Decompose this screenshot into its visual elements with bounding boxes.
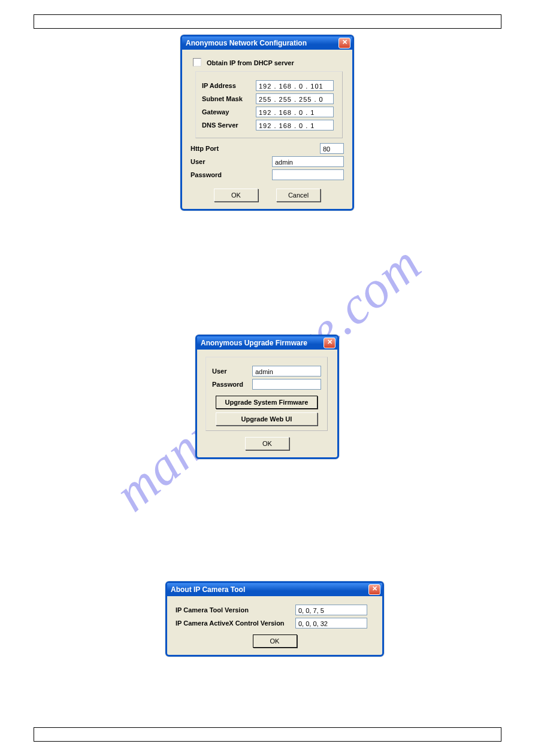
ip-address-input[interactable]: 192 . 168 . 0 . 101 (256, 80, 334, 91)
password-input[interactable] (252, 379, 321, 390)
ip-group: IP Address 192 . 168 . 0 . 101 Subnet Ma… (195, 71, 343, 138)
footer-rule (34, 727, 501, 742)
about-dialog: About IP Camera Tool ✕ IP Camera Tool Ve… (165, 581, 384, 657)
upgrade-web-ui-button[interactable]: Upgrade Web UI (216, 412, 318, 426)
dns-server-input[interactable]: 192 . 168 . 0 . 1 (256, 120, 334, 130)
password-label: Password (191, 171, 244, 178)
ok-button[interactable]: OK (245, 437, 289, 450)
upgrade-firmware-dialog: Anonymous Upgrade Firmware ✕ User admin … (195, 335, 339, 459)
http-port-label: Http Port (191, 145, 244, 152)
http-port-input[interactable]: 80 (320, 143, 344, 154)
ok-button[interactable]: OK (253, 634, 297, 648)
header-rule (34, 14, 501, 29)
ip-address-label: IP Address (202, 82, 256, 89)
password-label: Password (212, 381, 252, 388)
dhcp-checkbox[interactable] (193, 58, 201, 66)
button-row: OK (176, 634, 374, 648)
dialog-body: IP Camera Tool Version 0, 0, 7, 5 IP Cam… (167, 596, 382, 655)
gateway-label: Gateway (202, 108, 256, 116)
dhcp-label: Obtain IP from DHCP server (207, 59, 294, 66)
dialog-body: Obtain IP from DHCP server IP Address 19… (182, 50, 352, 209)
subnet-mask-input[interactable]: 255 . 255 . 255 . 0 (256, 93, 334, 104)
tool-version-value: 0, 0, 7, 5 (295, 605, 367, 615)
titlebar[interactable]: About IP Camera Tool ✕ (167, 583, 382, 596)
dialog-title: About IP Camera Tool (171, 585, 245, 594)
activex-version-label: IP Camera ActiveX Control Version (176, 620, 295, 627)
upgrade-system-firmware-button[interactable]: Upgrade System Firmware (216, 396, 318, 409)
upgrade-buttons: Upgrade System Firmware Upgrade Web UI (212, 396, 321, 426)
password-input[interactable] (272, 169, 344, 180)
close-icon[interactable]: ✕ (338, 38, 350, 48)
dns-server-label: DNS Server (202, 122, 256, 129)
gateway-input[interactable]: 192 . 168 . 0 . 1 (256, 107, 334, 117)
dialog-title: Anonymous Upgrade Firmware (201, 339, 307, 347)
close-icon[interactable]: ✕ (324, 338, 335, 348)
button-row: OK Cancel (191, 189, 344, 202)
close-icon[interactable]: ✕ (368, 584, 380, 595)
user-input[interactable]: admin (272, 156, 344, 167)
subnet-mask-label: Subnet Mask (202, 95, 256, 102)
titlebar[interactable]: Anonymous Network Configuration ✕ (182, 37, 352, 50)
user-label: User (212, 368, 252, 375)
user-input[interactable]: admin (252, 366, 321, 377)
dhcp-row: Obtain IP from DHCP server (193, 58, 344, 66)
dialog-title: Anonymous Network Configuration (186, 39, 307, 47)
button-row: OK (205, 437, 329, 450)
titlebar[interactable]: Anonymous Upgrade Firmware ✕ (197, 336, 337, 350)
tool-version-label: IP Camera Tool Version (176, 606, 295, 614)
cancel-button[interactable]: Cancel (276, 189, 321, 202)
user-label: User (191, 158, 244, 165)
activex-version-value: 0, 0, 0, 32 (295, 618, 367, 629)
ok-button[interactable]: OK (214, 189, 258, 202)
dialog-body: User admin Password Upgrade System Firmw… (197, 350, 337, 457)
network-config-dialog: Anonymous Network Configuration ✕ Obtain… (180, 35, 354, 211)
credentials-group: User admin Password Upgrade System Firmw… (205, 357, 328, 431)
